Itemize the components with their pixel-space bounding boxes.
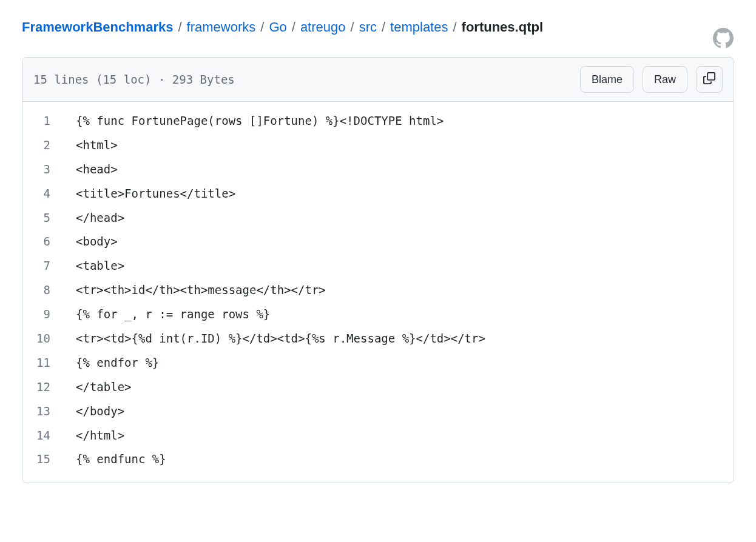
github-icon[interactable] — [712, 27, 734, 49]
file-header: 15 lines (15 loc) · 293 Bytes Blame Raw — [22, 58, 734, 102]
line-content: <body> — [70, 230, 118, 254]
code-line[interactable]: 2<html> — [22, 133, 734, 158]
line-number: 6 — [22, 230, 70, 254]
line-content: <tr><td>{%d int(r.ID) %}</td><td>{%s r.M… — [70, 327, 485, 351]
breadcrumb-link[interactable]: src — [359, 19, 377, 35]
code-line[interactable]: 12</table> — [22, 375, 734, 400]
line-content: <html> — [70, 133, 118, 158]
line-number: 1 — [22, 109, 70, 133]
line-number: 9 — [22, 303, 70, 327]
line-content: </head> — [70, 206, 124, 230]
line-number: 13 — [22, 400, 70, 424]
breadcrumb: FrameworkBenchmarks / frameworks / Go / … — [22, 19, 543, 35]
breadcrumb-separator: / — [351, 19, 354, 35]
file-size: 293 Bytes — [172, 73, 235, 86]
code-line[interactable]: 1{% func FortunePage(rows []Fortune) %}<… — [22, 109, 734, 133]
raw-button[interactable]: Raw — [643, 66, 687, 93]
line-number: 5 — [22, 206, 70, 230]
code-line[interactable]: 9{% for _, r := range rows %} — [22, 303, 734, 327]
breadcrumb-link[interactable]: atreugo — [300, 19, 346, 35]
code-line[interactable]: 7<table> — [22, 254, 734, 278]
line-content: </html> — [70, 424, 124, 448]
line-content: </table> — [70, 375, 132, 400]
code-line[interactable]: 10<tr><td>{%d int(r.ID) %}</td><td>{%s r… — [22, 327, 734, 351]
copy-button[interactable] — [696, 66, 723, 93]
breadcrumb-separator: / — [260, 19, 264, 35]
line-content: {% for _, r := range rows %} — [70, 303, 270, 327]
line-number: 12 — [22, 375, 70, 400]
line-content: <title>Fortunes</title> — [70, 182, 235, 206]
breadcrumb-current: fortunes.qtpl — [462, 19, 543, 35]
code-view: 1{% func FortunePage(rows []Fortune) %}<… — [22, 102, 734, 483]
line-number: 14 — [22, 424, 70, 448]
file-info-separator: · — [158, 73, 165, 86]
code-line[interactable]: 15{% endfunc %} — [22, 447, 734, 472]
code-line[interactable]: 11{% endfor %} — [22, 351, 734, 375]
code-line[interactable]: 3<head> — [22, 158, 734, 182]
line-number: 15 — [22, 447, 70, 472]
line-number: 11 — [22, 351, 70, 375]
file-actions: Blame Raw — [580, 66, 723, 93]
line-content: </body> — [70, 400, 124, 424]
breadcrumb-link[interactable]: frameworks — [187, 19, 256, 35]
code-line[interactable]: 5</head> — [22, 206, 734, 230]
line-content: <head> — [70, 158, 118, 182]
breadcrumb-link-root[interactable]: FrameworkBenchmarks — [22, 19, 173, 35]
breadcrumb-link[interactable]: templates — [390, 19, 448, 35]
line-content: {% endfor %} — [70, 351, 159, 375]
code-line[interactable]: 6<body> — [22, 230, 734, 254]
code-line[interactable]: 8<tr><th>id</th><th>message</th></tr> — [22, 278, 734, 303]
file-lines: 15 lines (15 loc) — [33, 73, 151, 86]
code-line[interactable]: 13</body> — [22, 400, 734, 424]
line-content: {% func FortunePage(rows []Fortune) %}<!… — [70, 109, 444, 133]
code-line[interactable]: 14</html> — [22, 424, 734, 448]
breadcrumb-separator: / — [382, 19, 385, 35]
line-number: 8 — [22, 278, 70, 303]
breadcrumb-separator: / — [178, 19, 181, 35]
blame-button[interactable]: Blame — [580, 66, 634, 93]
line-number: 3 — [22, 158, 70, 182]
copy-icon — [703, 72, 715, 87]
file-info: 15 lines (15 loc) · 293 Bytes — [33, 73, 235, 86]
line-number: 2 — [22, 133, 70, 158]
line-number: 10 — [22, 327, 70, 351]
file-box: 15 lines (15 loc) · 293 Bytes Blame Raw … — [22, 57, 734, 483]
line-content: <tr><th>id</th><th>message</th></tr> — [70, 278, 326, 303]
code-line[interactable]: 4<title>Fortunes</title> — [22, 182, 734, 206]
line-number: 4 — [22, 182, 70, 206]
line-content: <table> — [70, 254, 124, 278]
breadcrumb-link[interactable]: Go — [269, 19, 286, 35]
line-content: {% endfunc %} — [70, 447, 166, 472]
line-number: 7 — [22, 254, 70, 278]
breadcrumb-separator: / — [292, 19, 295, 35]
breadcrumb-separator: / — [453, 19, 456, 35]
